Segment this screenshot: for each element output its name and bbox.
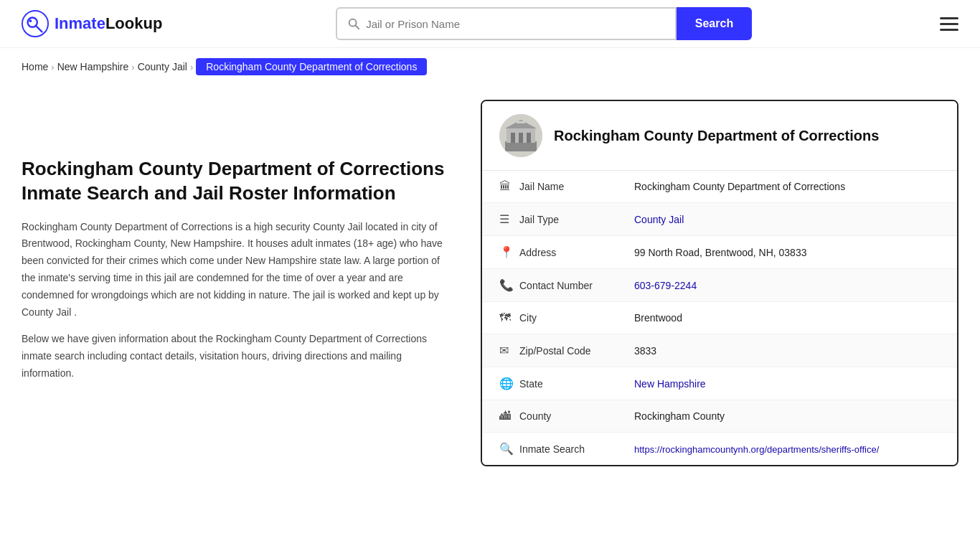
breadcrumb-home[interactable]: Home [22,61,48,72]
info-card: Rockingham County Department of Correcti… [481,100,958,466]
inmate-search-link[interactable]: https://rockinghamcountynh.org/departmen… [634,444,879,455]
label-contact: Contact Number [519,280,634,291]
label-inmate-search: Inmate Search [519,443,634,455]
svg-line-5 [356,26,359,29]
building-icon [499,114,542,157]
page-heading: Rockingham County Department of Correcti… [22,157,452,206]
table-row: ✉ Zip/Postal Code 3833 [482,334,957,367]
svg-point-0 [22,11,48,37]
city-icon: 🗺 [499,311,519,324]
label-jail-type: Jail Type [519,214,634,225]
right-panel: Rockingham County Department of Correcti… [481,100,958,466]
value-jail-type: County Jail [634,214,940,225]
value-inmate-search: https://rockinghamcountynh.org/departmen… [634,443,940,455]
search-button[interactable]: Search [677,7,752,40]
phone-icon: 📞 [499,278,519,292]
table-row: 🔍 Inmate Search https://rockinghamcounty… [482,433,957,465]
svg-rect-7 [505,141,537,151]
header: InmateLookup Search [0,0,980,48]
hamburger-line-3 [940,29,958,31]
svg-point-3 [29,19,32,22]
table-row: 📍 Address 99 North Road, Brentwood, NH, … [482,236,957,269]
breadcrumb-sep-1: › [51,62,54,72]
table-row: 📞 Contact Number 603-679-2244 [482,269,957,302]
logo-icon [22,10,49,37]
table-row: 🗺 City Brentwood [482,302,957,334]
table-row: ☰ Jail Type County Jail [482,203,957,236]
label-zip: Zip/Postal Code [519,345,634,357]
breadcrumb-sep-3: › [190,62,193,72]
svg-rect-9 [511,133,515,143]
breadcrumb-current: Rockingham County Department of Correcti… [196,58,427,75]
search-area: Search [336,7,752,40]
logo-text: InmateLookup [55,14,162,33]
value-address: 99 North Road, Brentwood, NH, 03833 [634,247,940,258]
jail-type-link[interactable]: County Jail [634,214,684,225]
inmate-search-icon: 🔍 [499,442,519,456]
label-jail-name: Jail Name [519,181,634,192]
hamburger-line-1 [940,17,958,19]
avatar [499,114,542,157]
label-county: County [519,410,634,422]
breadcrumb: Home › New Hampshire › County Jail › Roc… [0,48,980,85]
label-state: State [519,378,634,390]
svg-rect-11 [527,133,531,143]
hamburger-menu-button[interactable] [940,17,958,31]
label-address: Address [519,247,634,258]
county-icon: 🏙 [499,410,519,423]
main-content: Rockingham County Department of Correcti… [0,100,980,495]
type-icon: ☰ [499,212,519,226]
search-icon [347,17,360,30]
svg-rect-13 [517,121,525,123]
info-table: 🏛 Jail Name Rockingham County Department… [482,171,957,465]
breadcrumb-state[interactable]: New Hampshire [57,61,129,72]
value-county: Rockingham County [634,410,940,422]
description-para-1: Rockingham County Department of Correcti… [22,219,452,321]
table-row: 🏛 Jail Name Rockingham County Department… [482,171,957,203]
state-icon: 🌐 [499,377,519,390]
card-header: Rockingham County Department of Correcti… [482,101,957,171]
address-icon: 📍 [499,245,519,259]
breadcrumb-type[interactable]: County Jail [138,61,187,72]
value-jail-name: Rockingham County Department of Correcti… [634,181,940,192]
logo[interactable]: InmateLookup [22,10,162,37]
breadcrumb-sep-2: › [131,62,134,72]
phone-link[interactable]: 603-679-2244 [634,280,697,291]
svg-rect-10 [519,133,523,143]
jail-icon: 🏛 [499,180,519,193]
search-box [336,7,677,40]
card-title: Rockingham County Department of Correcti… [554,128,879,144]
value-state: New Hampshire [634,378,940,390]
left-panel: Rockingham County Department of Correcti… [22,100,481,466]
search-input[interactable] [366,18,665,30]
label-city: City [519,312,634,324]
zip-icon: ✉ [499,344,519,357]
description-para-2: Below we have given information about th… [22,331,452,382]
value-contact: 603-679-2244 [634,280,940,291]
state-link[interactable]: New Hampshire [634,378,706,390]
value-zip: 3833 [634,345,940,357]
table-row: 🌐 State New Hampshire [482,367,957,400]
table-row: 🏙 County Rockingham County [482,400,957,433]
value-city: Brentwood [634,312,940,324]
hamburger-line-2 [940,23,958,25]
